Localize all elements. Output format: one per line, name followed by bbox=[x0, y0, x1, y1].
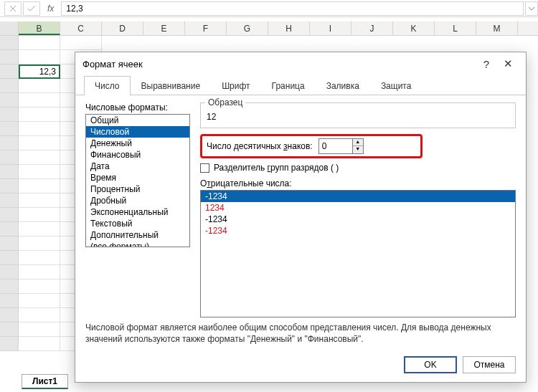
col-header-L[interactable]: L bbox=[435, 21, 476, 35]
negative-numbers-list[interactable]: -1234 1234 -1234 -1234 bbox=[200, 190, 516, 317]
col-header-H[interactable]: H bbox=[268, 21, 310, 35]
close-button[interactable]: ✕ bbox=[497, 54, 519, 74]
col-header-G[interactable]: G bbox=[227, 21, 268, 35]
col-header-F[interactable]: F bbox=[185, 21, 227, 35]
dialog-buttons: OK Отмена bbox=[75, 350, 526, 382]
nf-text[interactable]: Текстовый bbox=[86, 218, 189, 229]
thousands-separator-checkbox[interactable] bbox=[200, 163, 209, 173]
formula-value: 12,3 bbox=[66, 4, 82, 14]
fx-label[interactable]: fx bbox=[42, 4, 60, 14]
nf-scientific[interactable]: Экспоненциальный bbox=[86, 206, 189, 218]
thousands-separator-row[interactable]: Разделитель групп разрядов ( ) bbox=[200, 163, 516, 173]
number-formats-list[interactable]: Общий Числовой Денежный Финансовый Дата … bbox=[85, 114, 190, 247]
sample-label: Образец bbox=[205, 97, 245, 107]
active-cell[interactable]: 12,3 bbox=[19, 64, 60, 79]
neg-item-2[interactable]: 1234 bbox=[201, 202, 515, 214]
dialog-titlebar[interactable]: Формат ячеек ? ✕ bbox=[75, 52, 526, 75]
tab-fill[interactable]: Заливка bbox=[316, 76, 370, 95]
ok-button[interactable]: OK bbox=[404, 356, 457, 373]
dialog-tabs: Число Выравнивание Шрифт Граница Заливка… bbox=[75, 75, 526, 95]
nf-accounting[interactable]: Финансовый bbox=[86, 149, 189, 161]
nf-number[interactable]: Числовой bbox=[86, 126, 189, 138]
thousands-separator-label: Разделитель групп разрядов ( ) bbox=[214, 163, 339, 173]
col-header-C[interactable]: C bbox=[60, 21, 102, 35]
nf-fraction[interactable]: Дробный bbox=[86, 195, 189, 206]
nf-currency[interactable]: Денежный bbox=[86, 138, 189, 149]
nf-special[interactable]: Дополнительный bbox=[86, 229, 189, 241]
formula-expand-button[interactable] bbox=[525, 1, 538, 16]
formula-input[interactable]: 12,3 bbox=[61, 1, 524, 16]
tab-font[interactable]: Шрифт bbox=[211, 76, 260, 95]
decimal-places-row: Число десятичных знаков: ▲ ▼ bbox=[200, 134, 423, 158]
select-all-corner[interactable] bbox=[0, 21, 19, 35]
col-header-K[interactable]: K bbox=[393, 21, 435, 35]
formula-confirm-button[interactable] bbox=[23, 1, 40, 16]
number-formats-label: Числовые форматы: bbox=[85, 102, 190, 113]
nf-date[interactable]: Дата bbox=[86, 161, 189, 172]
neg-item-1[interactable]: -1234 bbox=[201, 191, 515, 202]
spin-down-button[interactable]: ▼ bbox=[353, 146, 363, 153]
sample-box: Образец 12 bbox=[200, 102, 516, 128]
format-description: Числовой формат является наиболее общим … bbox=[75, 322, 526, 350]
sheet-tab-1[interactable]: Лист1 bbox=[22, 374, 68, 389]
spin-up-button[interactable]: ▲ bbox=[353, 139, 363, 146]
nf-time[interactable]: Время bbox=[86, 172, 189, 183]
col-header-D[interactable]: D bbox=[102, 21, 143, 35]
help-button[interactable]: ? bbox=[476, 54, 497, 74]
nf-custom[interactable]: (все форматы) bbox=[86, 241, 189, 247]
tab-alignment[interactable]: Выравнивание bbox=[131, 76, 212, 95]
cancel-button[interactable]: Отмена bbox=[463, 356, 516, 373]
decimal-places-spinner[interactable]: ▲ ▼ bbox=[318, 138, 364, 154]
tab-border[interactable]: Граница bbox=[261, 76, 316, 95]
neg-item-3[interactable]: -1234 bbox=[201, 214, 515, 225]
col-header-E[interactable]: E bbox=[143, 21, 185, 35]
nf-general[interactable]: Общий bbox=[86, 115, 189, 126]
sample-value: 12 bbox=[207, 112, 509, 122]
column-headers: B C D E F G H I J K L M bbox=[0, 21, 538, 36]
dialog-title: Формат ячеек bbox=[82, 59, 476, 70]
col-header-M[interactable]: M bbox=[476, 21, 518, 35]
col-header-I[interactable]: I bbox=[310, 21, 351, 35]
format-cells-dialog: Формат ячеек ? ✕ Число Выравнивание Шриф… bbox=[75, 52, 527, 383]
col-header-J[interactable]: J bbox=[351, 21, 393, 35]
decimal-places-input[interactable] bbox=[319, 139, 352, 153]
decimal-places-label: Число десятичных знаков: bbox=[207, 141, 313, 151]
formula-bar: fx 12,3 bbox=[0, 0, 538, 17]
formula-cancel-button[interactable] bbox=[4, 1, 22, 16]
sheet-tabs: Лист1 bbox=[22, 373, 68, 389]
nf-percentage[interactable]: Процентный bbox=[86, 183, 189, 195]
tab-number[interactable]: Число bbox=[84, 76, 131, 95]
col-header-B[interactable]: B bbox=[19, 21, 60, 35]
negative-numbers-label: Отрицательные числа: bbox=[200, 178, 516, 188]
neg-item-4[interactable]: -1234 bbox=[201, 225, 515, 236]
tab-protection[interactable]: Защита bbox=[370, 76, 423, 95]
